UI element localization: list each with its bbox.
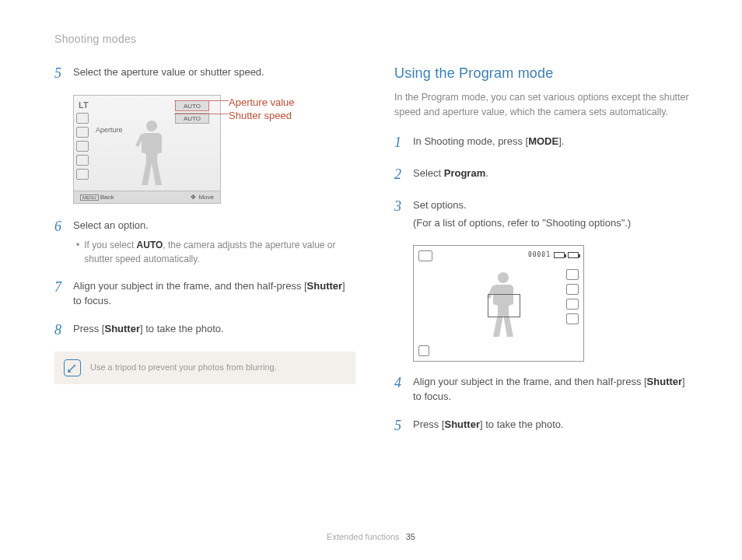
step-number: 4: [394, 373, 405, 404]
note-icon: [64, 359, 81, 376]
sub-bullet: • If you select AUTO, the camera adjusts…: [73, 238, 355, 266]
leader-line-icon: [174, 100, 229, 101]
camera-mode-badge: LT: [79, 99, 89, 112]
callout-shutter-speed: Shutter speed: [229, 108, 322, 121]
meter-icon: [566, 299, 579, 310]
step-text: Select Program.: [413, 164, 695, 185]
step-number: 7: [54, 277, 65, 309]
aperture-icon: [76, 127, 89, 138]
size-icon: [566, 269, 579, 280]
step-4: 4 Align your subject in the frame, and t…: [394, 373, 695, 404]
step-text: Press [Shutter] to take the photo.: [413, 415, 695, 436]
leader-line-icon: [174, 114, 229, 114]
auto-box-aperture: AUTO: [175, 100, 209, 111]
step-text: Align your subject in the frame, and the…: [413, 373, 695, 404]
stabilizer-icon: [76, 155, 89, 166]
step-text: Set options. (For a list of options, ref…: [413, 196, 695, 234]
callout-aperture-value: Aperture value: [229, 95, 322, 108]
status-bar: 00001: [528, 250, 579, 260]
camera-screen-illustration-2: 00001: [413, 245, 584, 362]
section-header: Shooting modes: [54, 31, 695, 47]
step-text: In Shooting mode, press [MODE].: [413, 132, 695, 153]
step-number: 1: [394, 132, 405, 153]
bullet-dot-icon: •: [76, 238, 79, 266]
timer-icon: [76, 141, 89, 152]
subsection-heading: Using the Program mode: [394, 63, 695, 84]
step-text: Press [Shutter] to take the photo.: [73, 320, 355, 341]
ev-icon: [566, 313, 579, 324]
step-text: Align your subject in the frame, and the…: [73, 277, 355, 309]
menu-back-label: MENUBack: [80, 193, 114, 202]
step-number: 3: [394, 196, 405, 234]
right-column: Using the Program mode In the Program mo…: [394, 63, 695, 447]
callout-labels: Aperture value Shutter speed: [229, 95, 322, 121]
step-number: 5: [394, 415, 405, 436]
camera-diagram-row: LT AUTO AUTO Aperture: [73, 95, 355, 204]
step-3: 3 Set options. (For a list of options, r…: [394, 196, 695, 234]
step-7: 7 Align your subject in the frame, and t…: [54, 277, 355, 309]
tip-text: Use a tripod to prevent your photos from…: [90, 361, 277, 374]
two-column-layout: 5 Select the aperture value or shutter s…: [54, 63, 695, 447]
chapter-name: Extended functions: [327, 532, 400, 541]
step-number: 6: [54, 216, 65, 266]
camera-bottom-bar: MENUBack ✥Move: [74, 191, 220, 203]
step-5r: 5 Press [Shutter] to take the photo.: [394, 415, 695, 436]
step-2: 2 Select Program.: [394, 164, 695, 185]
move-label: ✥Move: [191, 193, 214, 202]
camera-screen-illustration: LT AUTO AUTO Aperture: [73, 95, 221, 204]
battery-icon: [568, 252, 579, 258]
page-footer: Extended functions 35: [0, 530, 742, 544]
bullet-text: If you select AUTO, the camera adjusts t…: [84, 238, 355, 266]
step-5: 5 Select the aperture value or shutter s…: [54, 63, 355, 84]
auto-box-shutter: AUTO: [175, 113, 209, 124]
person-silhouette-icon: [132, 119, 171, 189]
aperture-label: Aperture: [96, 125, 123, 136]
battery-icon: [554, 252, 565, 258]
intro-paragraph: In the Program mode, you can set various…: [394, 90, 695, 120]
focus-frame-icon: [488, 294, 520, 317]
macro-icon: [76, 169, 89, 180]
camera-left-icons: [76, 113, 90, 180]
step-8: 8 Press [Shutter] to take the photo.: [54, 320, 355, 341]
grid-icon: [566, 284, 579, 295]
camera-right-icons: [566, 269, 579, 324]
stabilizer-icon: [418, 345, 429, 356]
step-text: Select the aperture value or shutter spe…: [73, 63, 355, 84]
step-6: 6 Select an option. • If you select AUTO…: [54, 216, 355, 266]
flash-icon: [76, 113, 89, 124]
page: Shooting modes 5 Select the aperture val…: [0, 0, 742, 471]
step-1: 1 In Shooting mode, press [MODE].: [394, 132, 695, 153]
step-number: 8: [54, 320, 65, 341]
step-number: 2: [394, 164, 405, 185]
page-number: 35: [406, 532, 415, 541]
step-text: Select an option. • If you select AUTO, …: [73, 216, 355, 266]
shot-counter: 00001: [528, 250, 551, 260]
step-number: 5: [54, 63, 65, 84]
tip-box: Use a tripod to prevent your photos from…: [54, 352, 355, 384]
left-column: 5 Select the aperture value or shutter s…: [54, 63, 355, 447]
mode-icon: [418, 250, 432, 261]
